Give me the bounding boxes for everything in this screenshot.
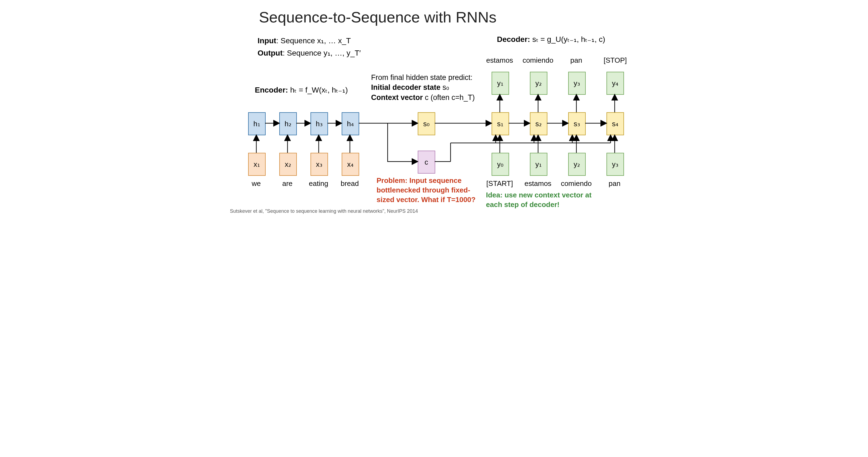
arrows-overlay <box>229 0 639 216</box>
